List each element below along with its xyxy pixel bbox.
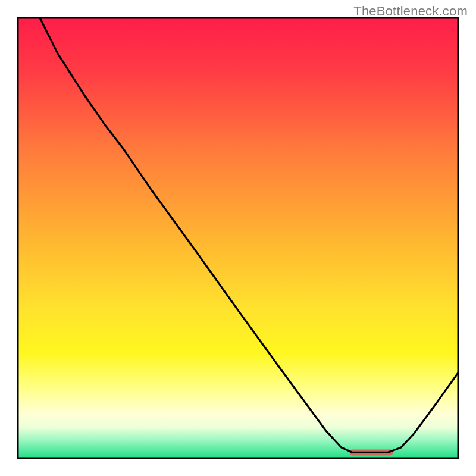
chart-svg bbox=[0, 0, 476, 476]
gradient-background bbox=[18, 18, 458, 458]
bottleneck-chart: TheBottleneck.com bbox=[0, 0, 476, 476]
watermark-text: TheBottleneck.com bbox=[353, 4, 468, 19]
